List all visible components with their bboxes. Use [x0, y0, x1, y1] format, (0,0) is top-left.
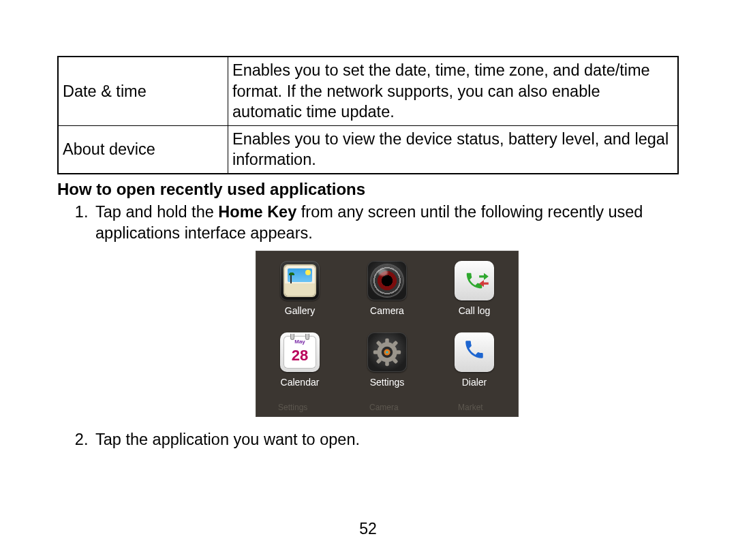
app-gallery[interactable]: Gallery: [262, 261, 338, 317]
instruction-step: Tap the application you want to open.: [93, 429, 679, 450]
calendar-icon: May 28: [280, 332, 320, 372]
background-app-label: Market: [458, 403, 483, 414]
app-label: Camera: [370, 305, 404, 317]
setting-description: Enables you to view the device status, b…: [228, 125, 679, 174]
calendar-day: 28: [283, 345, 316, 365]
svg-rect-4: [396, 350, 401, 354]
app-label: Gallery: [285, 305, 315, 317]
recent-apps-screenshot: Gallery Camera: [256, 251, 519, 417]
setting-name: Date & time: [58, 57, 228, 125]
step-text: Tap and hold the: [95, 203, 218, 221]
app-camera[interactable]: Camera: [349, 261, 425, 317]
app-calendar[interactable]: May 28 Calendar: [262, 332, 338, 389]
setting-name: About device: [58, 125, 228, 174]
app-label: Settings: [370, 376, 405, 389]
instruction-list: Tap and hold the Home Key from any scree…: [57, 202, 679, 451]
svg-point-11: [386, 351, 388, 354]
background-app-label: Settings: [278, 403, 307, 414]
instruction-step: Tap and hold the Home Key from any scree…: [93, 202, 679, 423]
call-log-icon: [455, 261, 494, 300]
table-row: Date & time Enables you to set the date,…: [58, 57, 678, 125]
step-text: Tap the application you want to open.: [95, 431, 360, 448]
home-key-label: Home Key: [218, 203, 296, 221]
figure-container: Gallery Camera: [95, 251, 679, 422]
document-page: Date & time Enables you to set the date,…: [0, 0, 736, 451]
svg-rect-1: [385, 339, 389, 343]
page-number: 52: [0, 520, 736, 538]
table-row: About device Enables you to view the dev…: [58, 125, 678, 174]
app-call-log[interactable]: Call log: [436, 261, 512, 317]
app-settings[interactable]: Settings: [349, 332, 425, 389]
app-dialer[interactable]: Dialer: [436, 332, 512, 389]
section-heading: How to open recently used applications: [57, 180, 679, 199]
app-label: Call log: [459, 305, 491, 317]
settings-table: Date & time Enables you to set the date,…: [57, 56, 679, 174]
dialer-icon: [455, 332, 494, 372]
gallery-icon: [280, 261, 320, 300]
app-label: Calendar: [281, 376, 320, 389]
svg-rect-2: [385, 361, 389, 366]
background-app-label: Camera: [369, 403, 399, 414]
setting-description: Enables you to set the date, time, time …: [228, 57, 679, 125]
app-label: Dialer: [462, 376, 487, 389]
settings-icon: [367, 332, 407, 372]
svg-rect-3: [373, 350, 378, 354]
app-grid: Gallery Camera: [256, 261, 518, 388]
camera-icon: [367, 261, 407, 300]
